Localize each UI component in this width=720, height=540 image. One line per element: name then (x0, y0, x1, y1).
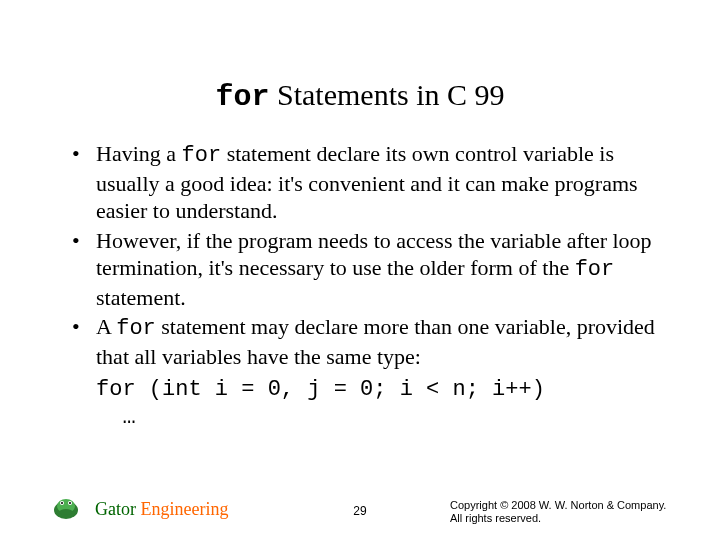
slide-body: Having a for statement declare its own c… (70, 140, 670, 431)
bullet-code: for (182, 143, 222, 168)
code-example: for (int i = 0, j = 0; i < n; i++) … (70, 376, 670, 431)
slide-title: for Statements in C 99 (0, 78, 720, 114)
list-item: Having a for statement declare its own c… (70, 140, 670, 225)
title-code: for (215, 80, 269, 114)
bullet-text-pre: Having a (96, 141, 182, 166)
bullet-list: Having a for statement declare its own c… (70, 140, 670, 370)
list-item: However, if the program needs to access … (70, 227, 670, 312)
bullet-code: for (575, 257, 615, 282)
bullet-text-post: statement may declare more than one vari… (96, 314, 655, 369)
copyright-notice: Copyright © 2008 W. W. Norton & Company.… (450, 499, 680, 527)
bullet-text-post: statement. (96, 285, 186, 310)
copyright-line2: All rights reserved. (450, 512, 680, 526)
list-item: A for statement may declare more than on… (70, 313, 670, 370)
copyright-line1: Copyright © 2008 W. W. Norton & Company. (450, 499, 680, 513)
bullet-text-pre: A (96, 314, 116, 339)
slide: for Statements in C 99 Having a for stat… (0, 0, 720, 540)
title-rest: Statements in C 99 (270, 78, 505, 111)
bullet-text-pre: However, if the program needs to access … (96, 228, 652, 281)
bullet-code: for (116, 316, 156, 341)
